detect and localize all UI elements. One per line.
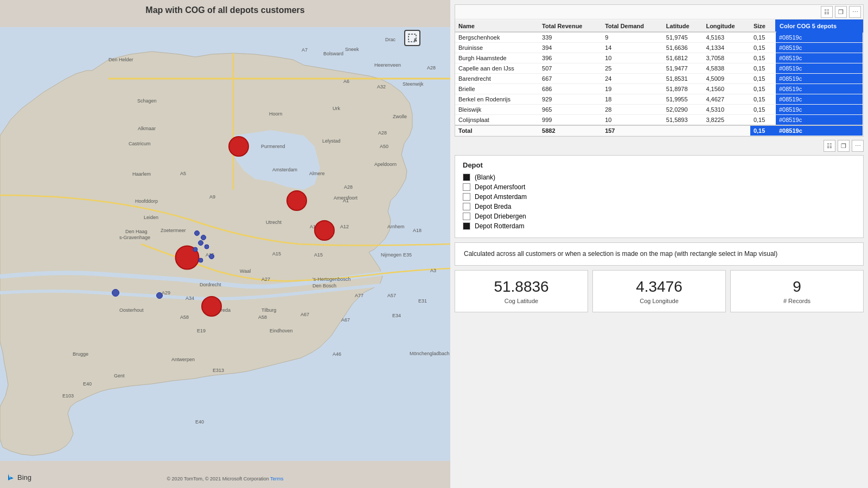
data-panel: ☷ ❐ ⋯ NameTotal RevenueTotal DemandLatit…: [450, 0, 868, 488]
cell-latitude: 51,8531: [663, 74, 703, 84]
map-panel: Map with COG of all depots customers Den…: [0, 0, 450, 488]
metric-label: Cog Longitude: [598, 298, 720, 304]
blue-customer-dot[interactable]: [156, 292, 163, 299]
cell-size: 0,15: [750, 53, 776, 63]
cell-name: Brielle: [455, 84, 539, 94]
total-row: Total58821570,15#08519c: [455, 125, 863, 136]
metric-value: 51.8836: [461, 278, 582, 296]
cell-latitude: 51,8978: [663, 84, 703, 94]
legend-item-label: Depot Breda: [475, 203, 511, 210]
red-depot-dot[interactable]: [228, 136, 249, 157]
cell-color: #08519c: [776, 74, 863, 84]
table-body: Bergschenhoek339951,97454,51630,15#08519…: [455, 32, 863, 136]
cell-demand: 24: [602, 74, 663, 84]
total-cell-size: 0,15: [750, 125, 776, 136]
legend-filter-button[interactable]: ☷: [824, 140, 835, 152]
cell-longitude: 4,5009: [703, 74, 750, 84]
cell-longitude: 4,5838: [703, 63, 750, 74]
cell-latitude: 51,6636: [663, 43, 703, 53]
map-background: [0, 0, 450, 488]
col-header-color[interactable]: Color COG 5 depots: [776, 20, 863, 32]
col-header-revenue[interactable]: Total Revenue: [539, 20, 602, 32]
cell-size: 0,15: [750, 43, 776, 53]
blue-customer-dot[interactable]: [201, 235, 206, 240]
cell-longitude: 3,7058: [703, 53, 750, 63]
total-cell-revenue: 5882: [539, 125, 602, 136]
table-row[interactable]: Bergschenhoek339951,97454,51630,15#08519…: [455, 32, 863, 43]
legend-item[interactable]: Depot Rotterdam: [463, 222, 856, 230]
metric-value: 9: [736, 278, 858, 296]
metric-card: 4.3476Cog Longitude: [592, 270, 726, 312]
cell-revenue: 999: [539, 115, 602, 126]
svg-marker-4: [8, 474, 14, 480]
cell-size: 0,15: [750, 63, 776, 74]
table-row[interactable]: Brielle6861951,89784,15600,15#08519c: [455, 84, 863, 94]
legend-item[interactable]: (Blank): [463, 174, 856, 181]
cell-demand: 10: [602, 115, 663, 126]
col-header-name[interactable]: Name: [455, 20, 539, 32]
cell-name: Barendrecht: [455, 74, 539, 84]
blue-customer-dot[interactable]: [112, 289, 119, 297]
cell-longitude: 4,5163: [703, 32, 750, 43]
legend-swatch: [463, 213, 470, 220]
legend-item[interactable]: Depot Amersfoort: [463, 183, 856, 191]
more-button[interactable]: ⋯: [849, 6, 861, 18]
cell-name: Bergschenhoek: [455, 32, 539, 43]
cell-name: Capelle aan den IJss: [455, 63, 539, 74]
metrics-section: 51.8836Cog Latitude4.3476Cog Longitude9#…: [455, 270, 864, 312]
cell-color: #08519c: [776, 63, 863, 74]
col-header-demand[interactable]: Total Demand: [602, 20, 663, 32]
legend-swatch: [463, 183, 470, 191]
table-row[interactable]: Capelle aan den IJss5072551,94774,58380,…: [455, 63, 863, 74]
cell-color: #08519c: [776, 32, 863, 43]
bing-icon: [7, 473, 15, 481]
legend-item[interactable]: Depot Amsterdam: [463, 193, 856, 201]
expand-button[interactable]: ❐: [835, 6, 847, 18]
red-depot-dot[interactable]: [286, 190, 307, 211]
terms-link[interactable]: Terms: [270, 476, 284, 481]
blue-customer-dot[interactable]: [205, 245, 209, 249]
legend-more-button[interactable]: ⋯: [852, 140, 864, 152]
cell-longitude: 4,1334: [703, 43, 750, 53]
table-row[interactable]: Bleiswijk9652852,02904,53100,15#08519c: [455, 105, 863, 115]
legend-item-label: Depot Amsterdam: [475, 193, 527, 201]
legend-item[interactable]: Depot Breda: [463, 203, 856, 210]
col-header-latitude[interactable]: Latitude: [663, 20, 703, 32]
filter-button[interactable]: ☷: [821, 6, 833, 18]
rectangle-select-button[interactable]: [404, 30, 420, 46]
legend-section: Depot (Blank)Depot AmersfoortDepot Amste…: [455, 155, 864, 238]
legend-title: Depot: [463, 161, 856, 169]
cell-size: 0,15: [750, 74, 776, 84]
cell-revenue: 686: [539, 84, 602, 94]
metric-label: # Records: [736, 298, 858, 304]
legend-toolbar: ☷ ❐ ⋯: [450, 139, 868, 153]
cell-demand: 25: [602, 63, 663, 74]
blue-customer-dot[interactable]: [199, 258, 203, 263]
red-depot-dot[interactable]: [201, 296, 222, 317]
cell-revenue: 965: [539, 105, 602, 115]
blue-customer-dot[interactable]: [194, 230, 200, 236]
col-header-size[interactable]: Size: [750, 20, 776, 32]
blue-customer-dot[interactable]: [198, 240, 203, 246]
cell-size: 0,15: [750, 32, 776, 43]
cell-revenue: 667: [539, 74, 602, 84]
blue-customer-dot[interactable]: [193, 247, 198, 252]
blue-customer-dot[interactable]: [209, 254, 214, 259]
red-depot-dot[interactable]: [314, 220, 335, 241]
table-row[interactable]: Colijnsplaat9991051,58933,82250,15#08519…: [455, 115, 863, 126]
cell-name: Burgh Haamstede: [455, 53, 539, 63]
table-row[interactable]: Bruinisse3941451,66364,13340,15#08519c: [455, 43, 863, 53]
cell-name: Colijnsplaat: [455, 115, 539, 126]
legend-item-label: (Blank): [475, 174, 495, 181]
total-cell-longitude: [703, 125, 750, 136]
table-row[interactable]: Burgh Haamstede3961051,68123,70580,15#08…: [455, 53, 863, 63]
cell-color: #08519c: [776, 53, 863, 63]
legend-expand-button[interactable]: ❐: [838, 140, 850, 152]
cell-revenue: 394: [539, 43, 602, 53]
col-header-longitude[interactable]: Longitude: [703, 20, 750, 32]
table-row[interactable]: Barendrecht6672451,85314,50090,15#08519c: [455, 74, 863, 84]
legend-item[interactable]: Depot Driebergen: [463, 213, 856, 220]
cell-longitude: 4,4627: [703, 94, 750, 105]
cell-size: 0,15: [750, 94, 776, 105]
table-row[interactable]: Berkel en Rodenrijs9291851,99554,46270,1…: [455, 94, 863, 105]
